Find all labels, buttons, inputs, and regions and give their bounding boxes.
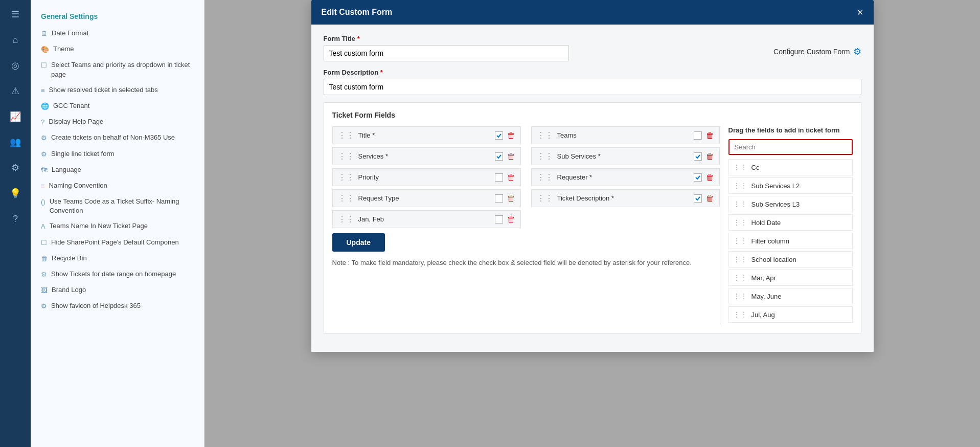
naming-convention-icon: ≡ (41, 182, 45, 191)
home-icon[interactable]: ⌂ (7, 32, 24, 48)
users-icon[interactable]: 👥 (7, 134, 24, 150)
help-icon[interactable]: ? (7, 211, 24, 227)
theme-icon: 🎨 (41, 45, 49, 54)
modal-overlay: Edit Custom Form × Form Title * Configur… (204, 0, 980, 447)
drag-item-school-location[interactable]: ⋮⋮ School location (728, 251, 853, 267)
configure-custom-form-link[interactable]: Configure Custom Form ⚙ (773, 46, 861, 57)
sidebar-section-title: General Settings (31, 8, 204, 26)
sidebar-item-resolved-tickets[interactable]: ≡ Show resolved ticket in selected tabs (31, 82, 204, 98)
note-text: Note : To make field mandatory, please c… (332, 258, 720, 268)
field-delete-services[interactable]: 🗑 (507, 152, 515, 161)
field-check-requester[interactable] (694, 173, 702, 182)
sidebar-item-single-line[interactable]: ⚙ Single line ticket form (31, 146, 204, 162)
drag-item-handle-filter-column: ⋮⋮ (733, 237, 747, 245)
field-check-jan-feb[interactable] (495, 215, 503, 223)
field-row-jan-feb: ⋮⋮ Jan, Feb 🗑 (332, 210, 521, 228)
sidebar-item-language[interactable]: 🗺 Language (31, 162, 204, 178)
sidebar-item-naming-convention[interactable]: ≡ Naming Convention (31, 178, 204, 194)
drag-handle-title[interactable]: ⋮⋮ (338, 130, 354, 140)
drag-search-input[interactable] (728, 139, 853, 155)
single-line-icon: ⚙ (41, 150, 47, 159)
sidebar-nav: General Settings 🗓 Date Format 🎨 Theme ☐… (31, 0, 204, 447)
sidebar-item-date-format[interactable]: 🗓 Date Format (31, 26, 204, 41)
date-format-icon: 🗓 (41, 29, 48, 38)
field-check-sub-services[interactable] (694, 152, 702, 161)
chart-icon[interactable]: 📈 (7, 108, 24, 125)
drag-handle-requester[interactable]: ⋮⋮ (537, 172, 553, 182)
drag-handle-sub-services[interactable]: ⋮⋮ (537, 151, 553, 161)
field-delete-ticket-description[interactable]: 🗑 (706, 194, 714, 203)
drag-handle-teams[interactable]: ⋮⋮ (537, 130, 553, 140)
sidebar-item-teams-code[interactable]: () Use Teams Code as a Ticket Suffix- Na… (31, 194, 204, 218)
edit-custom-form-modal: Edit Custom Form × Form Title * Configur… (311, 0, 874, 352)
field-check-title[interactable] (495, 131, 503, 140)
drag-handle-priority[interactable]: ⋮⋮ (338, 172, 354, 182)
display-help-icon: ? (41, 118, 44, 127)
drag-item-handle-sub-services-l3: ⋮⋮ (733, 200, 747, 208)
form-description-label: Form Description * (324, 69, 861, 76)
update-button[interactable]: Update (332, 233, 385, 252)
drag-item-hold-date[interactable]: ⋮⋮ Hold Date (728, 214, 853, 231)
show-favicon-icon: ⚙ (41, 302, 47, 311)
menu-icon[interactable]: ☰ (7, 6, 24, 23)
form-description-input[interactable] (324, 79, 861, 95)
field-row-priority: ⋮⋮ Priority 🗑 (332, 168, 521, 186)
sidebar-item-recycle-bin[interactable]: 🗑 Recycle Bin (31, 251, 204, 266)
field-delete-sub-services[interactable]: 🗑 (706, 152, 714, 161)
sidebar-item-brand-logo[interactable]: 🖼 Brand Logo (31, 282, 204, 298)
field-check-priority[interactable] (495, 173, 503, 182)
modal-close-button[interactable]: × (857, 7, 863, 17)
field-delete-requester[interactable]: 🗑 (706, 173, 714, 182)
field-row-services: ⋮⋮ Services * 🗑 (332, 147, 521, 165)
sidebar-item-create-tickets[interactable]: ⚙ Create tickets on behalf of Non-M365 U… (31, 130, 204, 146)
form-title-row: Form Title * Configure Custom Form ⚙ (324, 35, 861, 61)
drag-item-may-june[interactable]: ⋮⋮ May, June (728, 288, 853, 304)
sidebar-item-teams-priority[interactable]: ☐ Select Teams and priority as dropdown … (31, 57, 204, 82)
left-fields-col: ⋮⋮ Title * 🗑 (332, 126, 521, 228)
show-tickets-date-icon: ⚙ (41, 270, 47, 279)
field-delete-priority[interactable]: 🗑 (507, 173, 515, 182)
drag-item-jul-aug[interactable]: ⋮⋮ Jul, Aug (728, 306, 853, 323)
drag-handle-jan-feb[interactable]: ⋮⋮ (338, 214, 354, 224)
circle-icon[interactable]: ◎ (7, 57, 24, 74)
field-delete-request-type[interactable]: 🗑 (507, 194, 515, 203)
drag-item-handle-hold-date: ⋮⋮ (733, 218, 747, 227)
drag-handle-services[interactable]: ⋮⋮ (338, 151, 354, 161)
field-delete-title[interactable]: 🗑 (507, 131, 515, 140)
drag-item-mar-apr[interactable]: ⋮⋮ Mar, Apr (728, 270, 853, 286)
field-check-request-type[interactable] (495, 194, 503, 203)
drag-item-filter-column[interactable]: ⋮⋮ Filter column (728, 233, 853, 249)
gcc-icon: 🌐 (41, 102, 49, 111)
drag-item-cc[interactable]: ⋮⋮ Cc (728, 159, 853, 175)
hide-sharepoint-icon: ☐ (41, 238, 47, 248)
sidebar-item-teams-name[interactable]: A Teams Name In New Ticket Page (31, 218, 204, 234)
sidebar-item-display-help[interactable]: ? Display Help Page (31, 114, 204, 130)
drag-item-handle-may-june: ⋮⋮ (733, 292, 747, 300)
form-title-label: Form Title * (324, 35, 569, 42)
drag-item-sub-services-l2[interactable]: ⋮⋮ Sub Services L2 (728, 177, 853, 194)
sidebar-item-show-favicon[interactable]: ⚙ Show favicon of Helpdesk 365 (31, 298, 204, 314)
field-check-ticket-description[interactable] (694, 194, 702, 203)
modal-title: Edit Custom Form (322, 8, 393, 17)
gear-icon[interactable]: ⚙ (7, 160, 24, 176)
bulb-icon[interactable]: 💡 (7, 185, 24, 202)
drag-item-handle-sub-services-l2: ⋮⋮ (733, 182, 747, 190)
field-check-teams[interactable] (694, 131, 702, 140)
field-delete-teams[interactable]: 🗑 (706, 131, 714, 140)
field-delete-jan-feb[interactable]: 🗑 (507, 215, 515, 224)
sidebar-item-gcc-tenant[interactable]: 🌐 GCC Tenant (31, 98, 204, 114)
warning-icon[interactable]: ⚠ (7, 83, 24, 99)
field-row-title: ⋮⋮ Title * 🗑 (332, 126, 521, 144)
configure-gear-icon: ⚙ (853, 46, 861, 57)
modal-header: Edit Custom Form × (311, 0, 874, 25)
field-check-services[interactable] (495, 152, 503, 161)
sidebar-item-theme[interactable]: 🎨 Theme (31, 41, 204, 57)
brand-logo-icon: 🖼 (41, 286, 48, 295)
sidebar-item-hide-sharepoint[interactable]: ☐ Hide SharePoint Page's Default Compone… (31, 235, 204, 251)
sidebar-item-show-tickets-date[interactable]: ⚙ Show Tickets for date range on homepag… (31, 266, 204, 282)
drag-item-sub-services-l3[interactable]: ⋮⋮ Sub Services L3 (728, 196, 853, 212)
recycle-bin-icon: 🗑 (41, 254, 48, 263)
drag-handle-request-type[interactable]: ⋮⋮ (338, 193, 354, 203)
drag-handle-ticket-description[interactable]: ⋮⋮ (537, 193, 553, 203)
form-title-input[interactable] (324, 45, 569, 61)
